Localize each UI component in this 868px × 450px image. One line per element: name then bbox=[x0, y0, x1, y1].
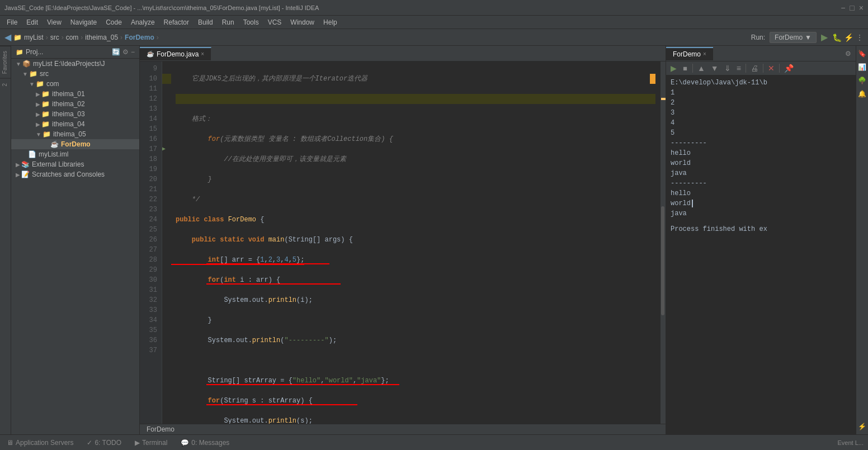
toolbar-divider-2 bbox=[746, 64, 746, 73]
code-editor[interactable]: 9 10 11 12 13 14 15 16 17 18 19 20 21 22… bbox=[140, 61, 666, 424]
run-button[interactable]: ▶ bbox=[821, 32, 828, 42]
back-icon[interactable]: ◀ bbox=[4, 32, 11, 42]
menu-view[interactable]: View bbox=[43, 17, 66, 27]
code-line-12: for(元素数据类型 变量名 : 数组或者Collection集合) { bbox=[176, 134, 655, 144]
more-run-button[interactable]: ⋮ bbox=[856, 33, 864, 42]
bottom-tab-todo[interactable]: ✓ 6: TODO bbox=[84, 438, 124, 448]
todo-icon: ✓ bbox=[87, 439, 92, 447]
breadcrumb: 📁 myList › src › com › itheima_05 › ForD… bbox=[13, 34, 159, 41]
run-label: Run: bbox=[751, 34, 765, 41]
notifications-icon[interactable]: 🔔 bbox=[856, 88, 868, 100]
breadcrumb-fordemo[interactable]: ForDemo bbox=[125, 34, 154, 41]
code-line-26: System.out.println(s); bbox=[176, 416, 655, 424]
tree-itheima02[interactable]: ▶ 📁 itheima_02 bbox=[11, 99, 139, 109]
tree-fordemo[interactable]: ▶ ☕ ForDemo bbox=[11, 139, 139, 149]
menu-tools[interactable]: Tools bbox=[239, 17, 263, 27]
run-scroll-to-end[interactable]: ⇓ bbox=[722, 63, 733, 74]
editor-tabs: ☕ ForDemo.java × bbox=[140, 46, 666, 61]
editor-area: ☕ ForDemo.java × 9 10 11 12 13 14 15 16 … bbox=[140, 46, 666, 434]
menu-analyze[interactable]: Analyze bbox=[126, 17, 159, 27]
java-file-icon: ☕ bbox=[147, 50, 154, 58]
bottom-tab-appservers[interactable]: 🖥 Application Servers bbox=[4, 438, 76, 448]
menu-refactor[interactable]: Refactor bbox=[159, 17, 194, 27]
structure-icon[interactable]: 📊 bbox=[856, 61, 868, 73]
close-sidebar-icon[interactable]: − bbox=[131, 48, 135, 56]
bottom-right-status: Event L... bbox=[838, 439, 864, 446]
tree-itheima01[interactable]: ▶ 📁 itheima_01 bbox=[11, 89, 139, 99]
bookmark-icon[interactable]: 🔖 bbox=[856, 48, 868, 59]
output-1: 1 bbox=[671, 88, 851, 98]
vtab-2[interactable]: 2 bbox=[0, 78, 11, 91]
run-config-dropdown[interactable]: ForDemo ▼ bbox=[770, 32, 817, 43]
editor-scrollbar[interactable] bbox=[660, 61, 666, 424]
tree-itheima04[interactable]: ▶ 📁 itheima_04 bbox=[11, 119, 139, 129]
breadcrumb-src[interactable]: src bbox=[50, 34, 59, 41]
restore-button[interactable]: □ bbox=[850, 3, 854, 12]
code-line-25: for(String s : strArray) { bbox=[176, 396, 655, 406]
output-4: 4 bbox=[671, 118, 851, 128]
run-print-button[interactable]: 🖨 bbox=[748, 63, 761, 74]
sync-icon[interactable]: 🔄 bbox=[112, 48, 120, 56]
event-log-label[interactable]: Event L... bbox=[838, 439, 864, 446]
run-tab-close[interactable]: × bbox=[703, 51, 706, 57]
coverage-button[interactable]: ⚡ bbox=[844, 33, 853, 42]
menu-run[interactable]: Run bbox=[218, 17, 239, 27]
tree-external-libraries[interactable]: ▶ 📚 External Libraries bbox=[11, 159, 139, 169]
run-scroll-align[interactable]: ≡ bbox=[734, 63, 743, 74]
terminal-icon: ▶ bbox=[135, 439, 140, 447]
tree-src[interactable]: ▼ 📁 src bbox=[11, 69, 139, 79]
tree-mylist[interactable]: ▼ 📦 myList E:\IdeaProjects\J bbox=[11, 59, 139, 69]
tree-com[interactable]: ▼ 📁 com bbox=[11, 79, 139, 89]
code-line-11: 格式： bbox=[176, 114, 655, 124]
project-icon: 📁 bbox=[16, 49, 23, 56]
output-path: E:\develop\Java\jdk-11\b bbox=[671, 78, 851, 88]
menu-navigate[interactable]: Navigate bbox=[66, 17, 101, 27]
run-panel-settings[interactable]: ⚙ bbox=[841, 48, 856, 60]
run-tab-label: ForDemo bbox=[673, 50, 701, 58]
menu-build[interactable]: Build bbox=[194, 17, 218, 27]
tree-itheima03[interactable]: ▶ 📁 itheima_03 bbox=[11, 109, 139, 119]
settings-icon[interactable]: ⚙ bbox=[122, 48, 129, 56]
menu-code[interactable]: Code bbox=[101, 17, 126, 27]
run-scroll-down[interactable]: ▼ bbox=[709, 63, 721, 74]
favorites-tab[interactable]: Favorites bbox=[0, 46, 11, 78]
menu-file[interactable]: File bbox=[2, 17, 22, 27]
run-again-button[interactable]: ▶ bbox=[668, 63, 679, 74]
bottom-tab-messages[interactable]: 💬 0: Messages bbox=[178, 438, 232, 448]
menu-vcs[interactable]: VCS bbox=[263, 17, 286, 27]
close-button[interactable]: × bbox=[859, 3, 864, 12]
window-controls: − □ × bbox=[841, 3, 864, 12]
editor-tab-close[interactable]: × bbox=[201, 51, 204, 57]
bottom-tabs: 🖥 Application Servers ✓ 6: TODO ▶ Termin… bbox=[0, 434, 868, 450]
breadcrumb-itheima05[interactable]: itheima_05 bbox=[85, 34, 118, 41]
hierarchy-icon[interactable]: 🌳 bbox=[856, 75, 868, 86]
output-spacer bbox=[671, 219, 851, 224]
menu-edit[interactable]: Edit bbox=[22, 17, 43, 27]
tree-itheima05[interactable]: ▼ 📁 itheima_05 bbox=[11, 129, 139, 139]
gradle-icon[interactable]: ⚡ bbox=[856, 421, 868, 432]
run-tab-fordemo[interactable]: ForDemo × bbox=[666, 47, 713, 60]
title-bar: JavaSE_Code [E:\IdeaProjects\JavaSE_Code… bbox=[0, 0, 868, 16]
code-line-13: //在此处使用变量即可，该变量就是元素 bbox=[176, 154, 655, 164]
debug-button[interactable]: 🐛 bbox=[832, 33, 842, 42]
terminal-label: Terminal bbox=[142, 439, 167, 447]
tree-scratches[interactable]: ▶ 📝 Scratches and Consoles bbox=[11, 169, 139, 179]
code-line-17: public static void main(String[] args) { bbox=[176, 235, 655, 245]
code-content[interactable]: 它是JDK5之后出现的，其内部原理是一个Iterator迭代器 格式： for(… bbox=[171, 61, 660, 424]
editor-tab-fordemo[interactable]: ☕ ForDemo.java × bbox=[140, 47, 211, 60]
run-stop-button[interactable]: ⏹ bbox=[680, 64, 690, 73]
run-pin-button[interactable]: 📌 bbox=[782, 63, 796, 74]
run-panel-toolbar: ▶ ⏹ ▲ ▼ ⇓ ≡ 🖨 ✕ 📌 bbox=[666, 61, 856, 75]
code-line-24: String[] strArray = {"hello","world","ja… bbox=[176, 376, 655, 386]
menu-window[interactable]: Window bbox=[286, 17, 319, 27]
minimize-button[interactable]: − bbox=[841, 3, 845, 12]
breadcrumb-mylist[interactable]: myList bbox=[24, 34, 44, 41]
editor-tab-label: ForDemo.java bbox=[157, 50, 199, 58]
tree-mylistiml[interactable]: ▶ 📄 myList.iml bbox=[11, 149, 139, 159]
menu-help[interactable]: Help bbox=[319, 17, 342, 27]
breadcrumb-com[interactable]: com bbox=[66, 34, 79, 41]
run-scroll-up[interactable]: ▲ bbox=[695, 63, 707, 74]
bottom-tab-terminal[interactable]: ▶ Terminal bbox=[133, 438, 169, 448]
run-close-button[interactable]: ✕ bbox=[766, 63, 777, 74]
fordemo-tab-bottom[interactable]: ForDemo bbox=[147, 425, 174, 433]
